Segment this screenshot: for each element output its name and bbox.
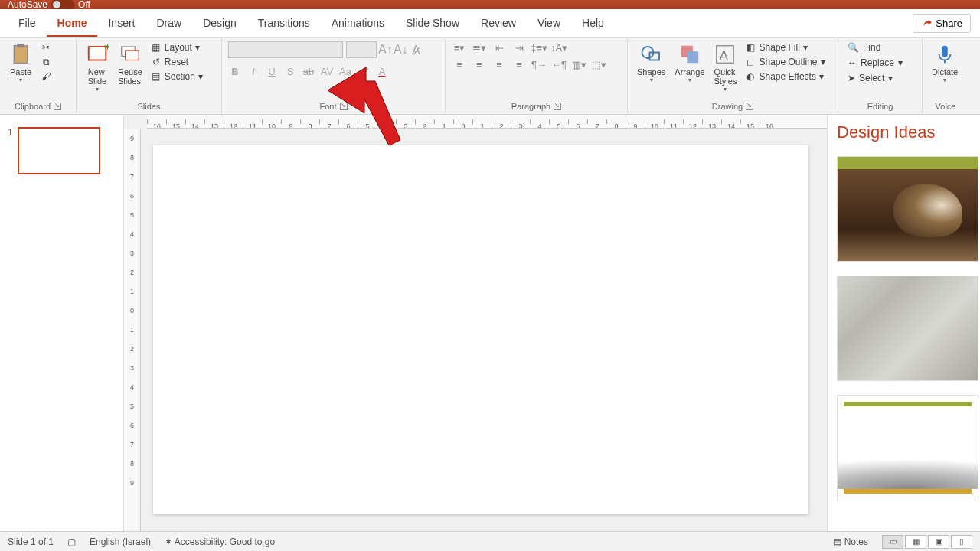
select-button[interactable]: ➤Select▾ bbox=[844, 72, 906, 84]
replace-button[interactable]: ↔Replace▾ bbox=[844, 57, 906, 69]
rtl-button[interactable]: ←¶ bbox=[551, 58, 567, 70]
svg-text:✶: ✶ bbox=[103, 43, 109, 53]
ltr-button[interactable]: ¶→ bbox=[531, 58, 547, 70]
canvas-area: 1615141312111098765432101234567891011121… bbox=[124, 115, 827, 531]
tab-design[interactable]: Design bbox=[192, 11, 247, 37]
accessibility-indicator[interactable]: ✶ Accessibility: Good to go bbox=[165, 536, 275, 547]
share-label: Share bbox=[936, 18, 962, 29]
tab-file[interactable]: File bbox=[8, 11, 47, 37]
group-drawing: Shapes ▾ Arrange ▾ A Quick Styles ▾ ◧Sha… bbox=[628, 38, 838, 114]
thumbnail-1[interactable]: 1 bbox=[8, 127, 116, 174]
tab-review[interactable]: Review bbox=[470, 11, 527, 37]
shapes-label: Shapes bbox=[637, 67, 665, 77]
font-dialog-launcher[interactable] bbox=[340, 103, 348, 110]
italic-button[interactable]: I bbox=[247, 66, 260, 77]
find-button[interactable]: 🔍Find bbox=[844, 41, 906, 54]
group-paragraph-label: Paragraph bbox=[511, 102, 550, 111]
paste-button[interactable]: Paste ▾ bbox=[6, 41, 35, 85]
smartart-button[interactable]: ⬚▾ bbox=[591, 58, 606, 70]
paragraph-dialog-launcher[interactable] bbox=[554, 103, 561, 110]
tab-animations[interactable]: Animations bbox=[321, 11, 395, 37]
slide-canvas[interactable] bbox=[153, 145, 808, 514]
tab-view[interactable]: View bbox=[527, 11, 571, 37]
clipboard-dialog-launcher[interactable] bbox=[54, 103, 61, 110]
group-font-label: Font bbox=[319, 102, 336, 111]
new-slide-icon: ✶ bbox=[86, 43, 109, 66]
share-button[interactable]: Share bbox=[913, 14, 971, 33]
tab-transitions[interactable]: Transitions bbox=[247, 11, 321, 37]
design-ideas-pane: Design Ideas bbox=[827, 115, 980, 531]
shape-fill-button[interactable]: ◧Shape Fill▾ bbox=[743, 41, 827, 54]
design-idea-2[interactable] bbox=[837, 276, 978, 381]
autosave-toggle[interactable]: AutoSave Off bbox=[8, 0, 90, 9]
normal-view-button[interactable]: ▭ bbox=[882, 535, 903, 549]
align-left-button[interactable]: ≡ bbox=[452, 58, 467, 70]
tab-help[interactable]: Help bbox=[571, 11, 615, 37]
new-slide-button[interactable]: ✶ New Slide ▾ bbox=[83, 41, 112, 94]
highlight-button[interactable]: 🖍 bbox=[357, 66, 371, 77]
thumb-number: 1 bbox=[8, 127, 13, 138]
design-idea-3[interactable] bbox=[837, 395, 978, 500]
decrease-indent-button[interactable]: ⇤ bbox=[492, 41, 507, 54]
group-editing-label: Editing bbox=[867, 102, 893, 111]
reuse-slides-button[interactable]: Reuse Slides bbox=[115, 41, 145, 87]
strikethrough-button[interactable]: S bbox=[283, 66, 297, 77]
shapes-button[interactable]: Shapes ▾ bbox=[634, 41, 668, 85]
section-icon: ▤ bbox=[151, 71, 162, 82]
view-buttons: ▭ ▦ ▣ ▯ bbox=[882, 535, 972, 549]
decrease-font-button[interactable]: A↓ bbox=[394, 43, 407, 57]
text-direction-button[interactable]: ↕A▾ bbox=[551, 41, 567, 54]
copy-icon: ⧉ bbox=[41, 57, 51, 67]
status-bar: Slide 1 of 1 ▢ English (Israel) ✶ Access… bbox=[0, 531, 980, 551]
align-right-button[interactable]: ≡ bbox=[492, 58, 507, 70]
ribbon-tabs: File Home Insert Draw Design Transitions… bbox=[0, 9, 980, 38]
numbering-button[interactable]: ≣▾ bbox=[472, 41, 487, 54]
change-case-button[interactable]: Aa bbox=[338, 66, 352, 77]
spacing-button[interactable]: AV bbox=[320, 66, 334, 77]
sorter-view-button[interactable]: ▦ bbox=[905, 535, 926, 549]
layout-button[interactable]: ▦Layout▾ bbox=[149, 41, 205, 54]
reset-button[interactable]: ↺Reset bbox=[149, 56, 205, 68]
tab-insert[interactable]: Insert bbox=[97, 11, 145, 37]
shape-effects-button[interactable]: ◐Shape Effects▾ bbox=[743, 70, 827, 83]
increase-font-button[interactable]: A↑ bbox=[378, 43, 392, 57]
justify-button[interactable]: ≡ bbox=[511, 58, 527, 70]
layout-icon: ▦ bbox=[151, 42, 162, 53]
tab-draw[interactable]: Draw bbox=[145, 11, 192, 37]
font-family-combo[interactable] bbox=[228, 41, 343, 58]
copy-button[interactable]: ⧉ bbox=[38, 56, 54, 68]
quick-styles-button[interactable]: A Quick Styles ▾ bbox=[710, 41, 740, 94]
align-center-button[interactable]: ≡ bbox=[472, 58, 487, 70]
tab-slide-show[interactable]: Slide Show bbox=[395, 11, 470, 37]
reading-view-button[interactable]: ▣ bbox=[928, 535, 949, 549]
group-font: A↑ A↓ A̷ B I U S ab AV Aa 🖍 A Font bbox=[222, 38, 446, 114]
slide-counter: Slide 1 of 1 bbox=[8, 536, 54, 547]
dictate-button[interactable]: Dictate ▾ bbox=[929, 41, 961, 85]
language-indicator[interactable]: English (Israel) bbox=[90, 536, 151, 547]
shape-outline-button[interactable]: ◻Shape Outline▾ bbox=[743, 56, 827, 68]
shadow-button[interactable]: ab bbox=[302, 66, 315, 77]
arrange-button[interactable]: Arrange ▾ bbox=[671, 41, 707, 85]
clear-formatting-button[interactable]: A̷ bbox=[409, 43, 423, 57]
search-icon: 🔍 bbox=[848, 42, 859, 53]
slideshow-view-button[interactable]: ▯ bbox=[951, 535, 972, 549]
section-button[interactable]: ▤Section▾ bbox=[149, 70, 205, 83]
tab-home[interactable]: Home bbox=[47, 11, 98, 37]
bold-button[interactable]: B bbox=[228, 66, 242, 77]
line-spacing-button[interactable]: ‡≡▾ bbox=[531, 41, 547, 54]
font-color-button[interactable]: A bbox=[375, 66, 389, 77]
ruler-vertical: 9876543210123456789 bbox=[124, 129, 141, 531]
columns-button[interactable]: ▥▾ bbox=[571, 58, 586, 70]
underline-button[interactable]: U bbox=[265, 66, 279, 77]
svg-text:A: A bbox=[720, 48, 729, 64]
cut-button[interactable]: ✂ bbox=[38, 41, 54, 54]
spellcheck-icon[interactable]: ▢ bbox=[67, 536, 76, 547]
notes-button[interactable]: ▤ Notes bbox=[833, 536, 868, 547]
quick-styles-icon: A bbox=[714, 43, 737, 66]
format-painter-button[interactable]: 🖌 bbox=[38, 70, 54, 83]
drawing-dialog-launcher[interactable] bbox=[746, 103, 753, 110]
font-size-combo[interactable] bbox=[346, 41, 377, 58]
increase-indent-button[interactable]: ⇥ bbox=[511, 41, 527, 54]
bullets-button[interactable]: ≡▾ bbox=[452, 41, 467, 54]
design-idea-1[interactable] bbox=[837, 156, 978, 262]
